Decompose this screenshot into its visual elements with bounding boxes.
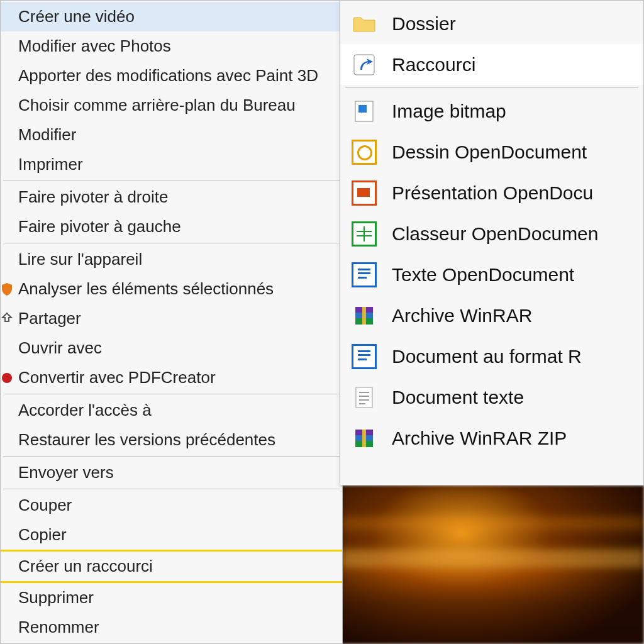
desktop-wallpaper xyxy=(340,486,644,644)
submenu-item-new-rar[interactable]: Archive WinRAR xyxy=(340,295,643,336)
submenu-item-new-shortcut[interactable]: Raccourci xyxy=(340,44,643,85)
menu-item-create-shortcut[interactable]: Créer un raccourci xyxy=(1,552,342,581)
shield-icon xyxy=(3,282,18,297)
bitmap-icon xyxy=(352,99,377,124)
menu-separator xyxy=(3,180,340,181)
menu-separator xyxy=(3,394,340,394)
submenu-item-label: Raccourci xyxy=(392,54,475,75)
menu-item-label: Renommer xyxy=(18,618,99,637)
menu-item-label: Créer un raccourci xyxy=(18,557,153,576)
svg-rect-3 xyxy=(358,105,367,113)
menu-item-rename[interactable]: Renommer xyxy=(1,613,342,642)
menu-item-restore-prev[interactable]: Restaurer les versions précédentes xyxy=(1,425,342,455)
opendocument-drawing-icon xyxy=(352,140,377,165)
menu-item-send-to[interactable]: Envoyer vers xyxy=(1,458,342,487)
svg-rect-7 xyxy=(362,307,366,325)
winrar-zip-icon xyxy=(352,426,377,451)
submenu-item-label: Image bitmap xyxy=(392,101,506,122)
submenu-item-label: Dessin OpenDocument xyxy=(392,142,587,163)
opendocument-spreadsheet-icon xyxy=(352,221,377,247)
svg-point-0 xyxy=(2,373,12,383)
menu-item-rotate-right[interactable]: Faire pivoter à droite xyxy=(1,182,342,212)
menu-item-label: Choisir comme arrière-plan du Bureau xyxy=(18,96,296,115)
menu-item-label: Convertir avec PDFCreator xyxy=(18,368,216,387)
menu-item-label: Créer une vidéo xyxy=(18,7,135,26)
menu-item-label: Supprimer xyxy=(18,588,94,608)
share-icon xyxy=(3,311,18,326)
menu-item-label: Copier xyxy=(18,525,67,545)
menu-item-label: Accorder l'accès à xyxy=(18,401,152,420)
menu-item-give-access[interactable]: Accorder l'accès à xyxy=(1,396,342,425)
pdf-icon xyxy=(3,370,18,386)
menu-item-label: Faire pivoter à gauche xyxy=(18,217,181,236)
shortcut-icon xyxy=(352,52,377,77)
submenu-item-label: Dossier xyxy=(392,13,456,35)
submenu-item-label: Archive WinRAR ZIP xyxy=(392,428,567,449)
menu-item-label: Couper xyxy=(18,496,72,515)
svg-rect-8 xyxy=(356,387,372,408)
submenu-item-new-odp[interactable]: Présentation OpenDocu xyxy=(340,172,643,213)
menu-item-label: Faire pivoter à droite xyxy=(18,187,168,207)
menu-item-edit[interactable]: Modifier xyxy=(1,120,342,150)
submenu-item-label: Archive WinRAR xyxy=(392,305,532,326)
submenu-item-label: Texte OpenDocument xyxy=(392,264,574,286)
submenu-item-new-zip[interactable]: Archive WinRAR ZIP xyxy=(340,418,643,458)
menu-item-label: Envoyer vers xyxy=(18,463,114,482)
submenu-item-label: Présentation OpenDocu xyxy=(392,182,593,204)
submenu-item-new-ods[interactable]: Classeur OpenDocumen xyxy=(340,213,643,254)
submenu-item-new-rtf[interactable]: Document au format R xyxy=(340,336,643,377)
menu-item-paint3d[interactable]: Apporter des modifications avec Paint 3D xyxy=(1,61,342,91)
menu-separator xyxy=(3,243,340,243)
svg-rect-1 xyxy=(354,55,374,75)
text-document-icon xyxy=(352,385,377,410)
winrar-icon xyxy=(352,303,377,328)
submenu-item-new-bitmap[interactable]: Image bitmap xyxy=(340,91,643,131)
opendocument-presentation-icon xyxy=(352,180,377,206)
submenu-item-label: Document au format R xyxy=(392,346,582,367)
folder-icon xyxy=(352,11,377,36)
menu-item-print[interactable]: Imprimer xyxy=(1,150,342,179)
menu-item-cut[interactable]: Couper xyxy=(1,491,342,520)
submenu-item-new-txt[interactable]: Document texte xyxy=(340,377,643,418)
menu-item-label: Imprimer xyxy=(18,155,83,174)
menu-separator xyxy=(3,456,340,457)
menu-item-label: Ouvrir avec xyxy=(18,338,102,358)
menu-item-play-device[interactable]: Lire sur l'appareil xyxy=(1,245,342,274)
menu-item-delete[interactable]: Supprimer xyxy=(1,583,342,613)
menu-separator xyxy=(3,489,340,489)
context-menu-main: Créer une vidéo Modifier avec Photos App… xyxy=(0,0,343,644)
menu-item-label: Apporter des modifications avec Paint 3D xyxy=(18,66,318,86)
menu-item-label: Modifier xyxy=(18,125,76,145)
menu-item-create-video[interactable]: Créer une vidéo xyxy=(1,2,342,31)
submenu-separator xyxy=(345,87,638,88)
submenu-item-label: Classeur OpenDocumen xyxy=(392,223,599,245)
submenu-item-new-odt[interactable]: Texte OpenDocument xyxy=(340,254,643,295)
svg-rect-16 xyxy=(362,430,366,447)
submenu-item-label: Document texte xyxy=(392,387,524,408)
opendocument-text-icon xyxy=(352,262,377,287)
submenu-item-new-odg[interactable]: Dessin OpenDocument xyxy=(340,131,643,172)
submenu-item-new-folder[interactable]: Dossier xyxy=(340,3,643,44)
menu-item-open-with[interactable]: Ouvrir avec xyxy=(1,333,342,363)
menu-item-copy[interactable]: Copier xyxy=(1,520,342,550)
menu-item-label: Modifier avec Photos xyxy=(18,36,171,56)
menu-item-label: Partager xyxy=(18,309,81,328)
menu-item-label: Restaurer les versions précédentes xyxy=(18,430,275,450)
menu-item-label: Lire sur l'appareil xyxy=(18,250,142,269)
menu-item-share[interactable]: Partager xyxy=(1,304,342,333)
menu-item-edit-photos[interactable]: Modifier avec Photos xyxy=(1,31,342,61)
menu-item-set-wallpaper[interactable]: Choisir comme arrière-plan du Bureau xyxy=(1,91,342,120)
menu-item-label: Analyser les éléments sélectionnés xyxy=(18,279,274,299)
menu-item-pdfcreator[interactable]: Convertir avec PDFCreator xyxy=(1,363,342,392)
menu-item-av-scan[interactable]: Analyser les éléments sélectionnés xyxy=(1,274,342,304)
context-submenu-new: Dossier Raccourci Image bitmap xyxy=(340,0,644,486)
rtf-icon xyxy=(352,344,377,369)
menu-item-rotate-left[interactable]: Faire pivoter à gauche xyxy=(1,212,342,242)
